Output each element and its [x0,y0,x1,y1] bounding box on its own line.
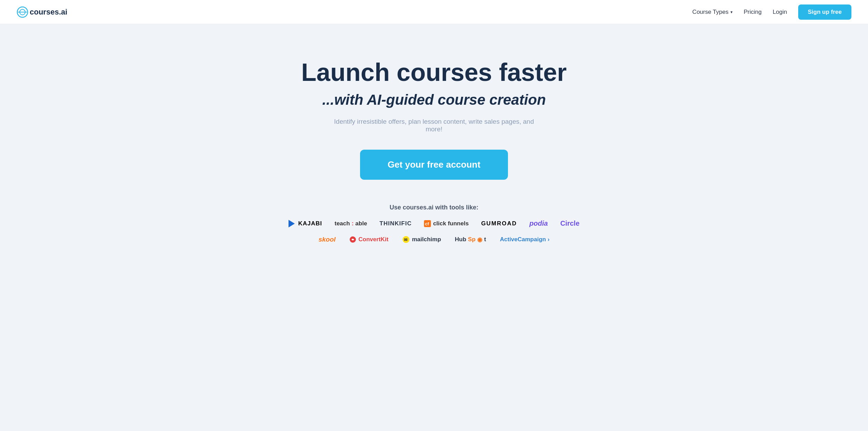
tools-label: Use courses.ai with tools like: [389,204,478,211]
pricing-nav[interactable]: Pricing [744,9,762,16]
clickfunnels-icon: cf [424,220,431,227]
hero-title: Launch courses faster [301,59,567,86]
tool-hubspot: HubSp◉t [455,236,486,243]
chevron-down-icon: ▾ [730,10,733,15]
hero-description: Identify irresistible offers, plan lesso… [330,118,538,133]
tool-thinkific: THINKIFIC [379,220,412,227]
tool-activecampaign: ActiveCampaign › [500,236,550,243]
nav-right: Course Types ▾ Pricing Login Sign up fre… [692,4,851,20]
tools-row-1: KAJABI teach:able THINKIFIC cf click fun… [289,219,579,227]
login-nav[interactable]: Login [773,9,787,16]
signup-button[interactable]: Sign up free [798,4,851,20]
hero-subtitle: ...with AI-guided course creation [322,92,546,108]
tool-gumroad: GUMROAD [481,220,517,227]
tool-skool: skool [319,236,336,243]
tools-row-2: skool ConvertKit ✉ mailchimp HubSp◉t [319,236,550,243]
tool-clickfunnels: cf click funnels [424,220,469,227]
tool-convertkit: ConvertKit [349,236,388,243]
logo-text: courses.ai [30,8,67,17]
hero-section: Launch courses faster ...with AI-guided … [0,24,868,264]
tools-section: Use courses.ai with tools like: KAJABI t… [289,204,579,243]
kajabi-icon [289,220,295,227]
mailchimp-icon: ✉ [402,236,410,243]
tool-circle: Circle [560,219,579,227]
tool-podia: podia [529,219,548,227]
svg-text:✉: ✉ [404,237,407,242]
tool-teachable: teach:able [334,220,367,227]
convertkit-icon [349,236,356,243]
course-types-nav[interactable]: Course Types ▾ [692,9,733,16]
tool-mailchimp: ✉ mailchimp [402,236,441,243]
navbar: courses.ai Course Types ▾ Pricing Login … [0,0,868,24]
tool-kajabi: KAJABI [289,220,322,227]
svg-text:cf: cf [425,221,429,226]
logo[interactable]: courses.ai [17,6,67,18]
cta-button[interactable]: Get your free account [360,150,508,180]
